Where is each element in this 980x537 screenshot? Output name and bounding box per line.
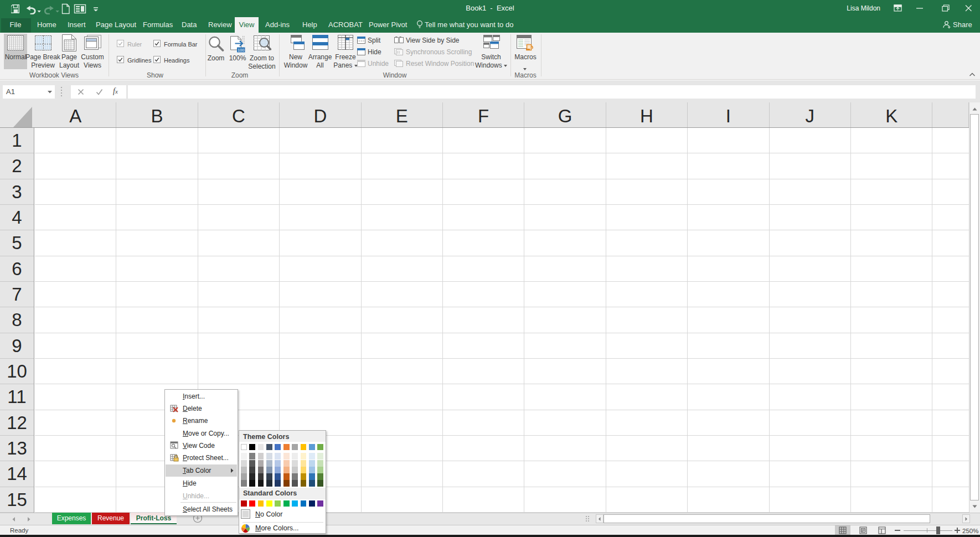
svg-text:100: 100 — [238, 48, 244, 52]
